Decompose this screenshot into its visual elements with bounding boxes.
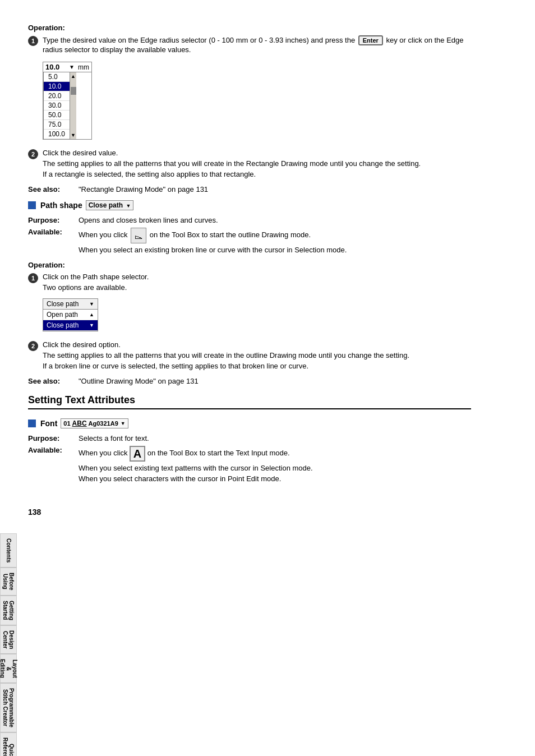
font-purpose-label: Purpose: — [28, 434, 79, 442]
path-dropdown-widget[interactable]: Close path ▼ Open path ▲ Close path ▼ — [43, 298, 98, 331]
operation-heading-1: Operation: — [28, 24, 471, 32]
tab-layout-editing[interactable]: Layout & Editing — [0, 654, 17, 683]
path-step-1: 1 Click on the Path shape selector. Two … — [28, 273, 471, 336]
path-option-open-label: Open path — [47, 311, 78, 319]
font-sample: Ag0321A9 — [89, 420, 118, 427]
path-avail-p1: When you click ⌳ on the Tool Box to star… — [79, 228, 471, 243]
path-step2-p1: The setting applies to all the patterns … — [43, 351, 471, 359]
section-title-text-attrs: Setting Text Attributes — [28, 394, 471, 409]
font-avail-p3: When you select characters with the curs… — [79, 474, 471, 483]
see-also-label-1: See also: — [28, 185, 79, 193]
path-tool-icon: ⌳ — [131, 228, 146, 243]
path-step-1-content: Click on the Path shape selector. Two op… — [43, 273, 471, 336]
path-purpose-text: Opens and closes broken lines and curves… — [79, 216, 471, 224]
path-dropdown-header: Close path ▼ — [43, 299, 98, 310]
see-also-label-2: See also: — [28, 377, 79, 385]
mm-selector[interactable]: 10.0 ▼ mm 5.0 10.0 20.0 30.0 50.0 7 — [43, 62, 92, 140]
font-avail-p2: When you select existing text patterns w… — [79, 464, 471, 472]
mm-current-value: 10.0 — [45, 63, 68, 71]
mm-dropdown-arrow: ▼ — [69, 64, 75, 70]
path-available-content: When you click ⌳ on the Tool Box to star… — [79, 228, 471, 256]
font-available-content: When you click A on the Tool Box to star… — [79, 446, 471, 485]
path-purpose-label: Purpose: — [28, 216, 79, 224]
text-tool-icon: A — [130, 446, 145, 462]
blue-square-path — [28, 201, 36, 209]
mm-selector-widget: 10.0 ▼ mm 5.0 10.0 20.0 30.0 50.0 7 — [43, 57, 471, 144]
path-purpose-row: Purpose: Opens and closes broken lines a… — [28, 216, 471, 224]
mm-scrollbar[interactable]: ▲ ▼ — [70, 72, 76, 139]
font-title: Font — [40, 419, 57, 428]
mm-item-30[interactable]: 30.0 — [44, 101, 70, 110]
step2-p2: If a rectangle is selected, the setting … — [43, 170, 471, 178]
mm-list-container: 5.0 10.0 20.0 30.0 50.0 75.0 100.0 ▲ — [43, 72, 91, 139]
mm-item-5[interactable]: 5.0 — [44, 72, 70, 82]
path-option-open-arrow: ▲ — [89, 312, 94, 317]
mm-header: 10.0 ▼ mm — [43, 62, 91, 72]
tab-quick-reference[interactable]: Quick Reference — [0, 732, 17, 756]
step-2: 2 Click the desired value. The setting a… — [28, 149, 471, 181]
path-option-open[interactable]: Open path ▲ — [43, 310, 98, 320]
path-shape-selector[interactable]: Close path ▼ — [86, 200, 134, 210]
tab-getting-started[interactable]: Getting Started — [0, 596, 17, 625]
mm-unit: mm — [78, 63, 89, 71]
tab-design-center[interactable]: Design Center — [0, 625, 17, 654]
step-1: 1 Type the desired value on the Edge rad… — [28, 35, 471, 144]
path-step-2: 2 Click the desired option. The setting … — [28, 340, 471, 372]
step2-p1: The setting applies to all the patterns … — [43, 159, 471, 168]
font-number: 01 — [63, 420, 70, 427]
path-step-2-content: Click the desired option. The setting ap… — [43, 340, 471, 372]
path-selector-arrow: ▼ — [126, 203, 131, 209]
mm-item-20[interactable]: 20.0 — [44, 91, 70, 101]
path-operation-heading: Operation: — [28, 261, 471, 269]
step-1-circle: 1 — [28, 36, 38, 46]
path-option-close-arrow: ▼ — [89, 322, 94, 328]
step-1-content: Type the desired value on the Edge radiu… — [43, 35, 471, 144]
font-available-label: Available: — [28, 446, 79, 485]
see-also-link-1: "Rectangle Drawing Mode" on page 131 — [79, 185, 208, 193]
path-option-close-selected[interactable]: Close path ▼ — [43, 320, 98, 331]
font-dropdown-arrow: ▼ — [121, 421, 126, 426]
path-option-close-label: Close path — [47, 321, 79, 329]
see-also-2: See also: "Outline Drawing Mode" on page… — [28, 377, 471, 385]
path-step2-p2: If a broken line or curve is selected, t… — [43, 362, 471, 370]
mm-scroll-thumb — [71, 87, 76, 95]
font-header: Font 01 ABC Ag0321A9 ▼ — [28, 418, 471, 428]
path-dropdown-label: Close path — [47, 300, 79, 308]
font-purpose-text: Selects a font for text. — [79, 434, 471, 442]
font-avail-pre: When you click — [79, 449, 127, 457]
path-step1-cont: Two options are available. — [43, 283, 471, 292]
tab-programmable[interactable]: Programmable Stitch Creator — [0, 683, 17, 732]
mm-item-10[interactable]: 10.0 — [44, 82, 70, 91]
path-avail-p1-post: on the Tool Box to start the outline Dra… — [150, 231, 311, 239]
step1-text: Type the desired value on the Edge radiu… — [43, 36, 355, 44]
path-dropdown-arrow-icon: ▼ — [89, 301, 94, 307]
step2-text: Click the desired value. — [43, 149, 471, 157]
step-2-content: Click the desired value. The setting app… — [43, 149, 471, 181]
page-number: 138 — [28, 508, 471, 517]
right-sidebar: Contents Before Using Getting Started De… — [0, 533, 17, 756]
step-2-circle: 2 — [28, 149, 38, 159]
path-avail-p2: When you select an existing broken line … — [79, 246, 471, 254]
enter-key: Enter — [358, 35, 383, 45]
path-step-1-circle: 1 — [28, 273, 38, 283]
mm-item-100[interactable]: 100.0 — [44, 130, 70, 139]
font-purpose-row: Purpose: Selects a font for text. — [28, 434, 471, 442]
mm-list: 5.0 10.0 20.0 30.0 50.0 75.0 100.0 — [43, 72, 70, 139]
font-abc: ABC — [72, 420, 87, 427]
tab-before-using[interactable]: Before Using — [0, 568, 17, 596]
see-also-link-2: "Outline Drawing Mode" on page 131 — [79, 377, 199, 385]
mm-item-75[interactable]: 75.0 — [44, 120, 70, 130]
path-step2-text: Click the desired option. — [43, 340, 471, 349]
path-shape-title: Path shape — [40, 201, 82, 210]
path-shape-header: Path shape Close path ▼ — [28, 200, 471, 210]
path-selector-label: Close path — [89, 201, 123, 209]
see-also-1: See also: "Rectangle Drawing Mode" on pa… — [28, 185, 471, 193]
path-available-row: Available: When you click ⌳ on the Tool … — [28, 228, 471, 256]
font-avail-post: on the Tool Box to start the Text Input … — [147, 449, 290, 457]
font-widget[interactable]: 01 ABC Ag0321A9 ▼ — [61, 418, 128, 428]
path-avail-p1-pre: When you click — [79, 231, 127, 239]
tab-contents[interactable]: Contents — [0, 533, 17, 568]
mm-item-50[interactable]: 50.0 — [44, 110, 70, 120]
blue-square-font — [28, 420, 36, 427]
path-step-2-circle: 2 — [28, 341, 38, 351]
